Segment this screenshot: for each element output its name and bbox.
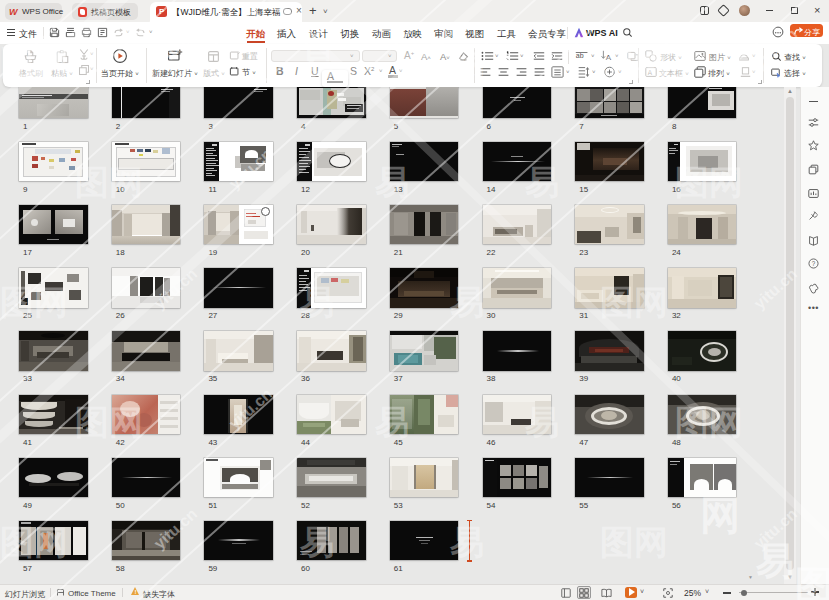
svg-text:A: A (606, 53, 612, 62)
svg-text:?: ? (812, 260, 816, 267)
svg-text:ab: ab (576, 52, 584, 59)
svg-text:A: A (648, 69, 653, 76)
